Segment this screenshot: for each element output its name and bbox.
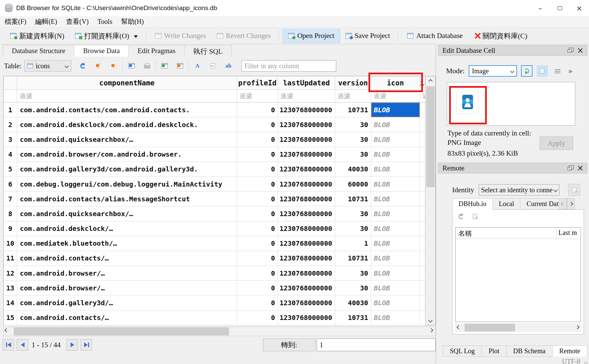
remote-refresh-icon[interactable] <box>459 214 464 219</box>
cell-profileId[interactable]: 0 <box>237 281 278 295</box>
scroll-right-icon[interactable] <box>575 325 580 329</box>
cell-componentName[interactable]: com.android.quicksearchbox/… <box>17 132 237 147</box>
cell-lastUpdated[interactable]: 1230768000000 <box>278 311 335 325</box>
grid-toolbar-button[interactable] <box>140 59 154 73</box>
cell-version[interactable]: 30 <box>335 221 371 236</box>
grid-toolbar-button[interactable] <box>124 59 139 73</box>
column-header-version[interactable]: version <box>335 76 371 90</box>
toolbar-button[interactable]: Revert Changes <box>211 29 276 43</box>
import-data-button[interactable] <box>521 65 533 77</box>
menu-item[interactable]: 檔案(F) <box>1 16 30 27</box>
table-selector[interactable]: icons <box>24 60 71 72</box>
vertical-scrollbar-thumb[interactable] <box>426 86 435 187</box>
goto-button[interactable]: 轉到: <box>263 338 315 351</box>
cell-version[interactable]: 30 <box>335 132 371 147</box>
grid-toolbar-button[interactable] <box>76 59 90 73</box>
row-number[interactable]: 10 <box>4 236 17 251</box>
cell-componentName[interactable]: com.android.quicksearchbox/… <box>17 206 237 221</box>
cell-profileId[interactable]: 0 <box>237 206 278 221</box>
row-number[interactable]: 6 <box>4 177 17 192</box>
cell-componentName[interactable]: com.android.contacts/… <box>17 251 237 266</box>
document-tab[interactable]: 執行 SQL <box>184 45 232 56</box>
cell-icon-blob[interactable]: BLOB <box>371 221 420 236</box>
toolbar-button[interactable]: Attach Database <box>402 29 468 43</box>
cell-profileId[interactable]: 0 <box>237 236 278 251</box>
filter-input-version[interactable]: 過濾 <box>335 90 371 103</box>
minimize-button[interactable]: – <box>531 0 550 16</box>
clone-database-icon[interactable] <box>473 214 477 219</box>
column-header-componentName[interactable]: componentName <box>17 76 237 90</box>
identity-settings-button[interactable] <box>568 184 580 196</box>
document-tab[interactable]: Database Structure <box>3 45 74 56</box>
row-number[interactable]: 13 <box>4 281 17 295</box>
scroll-left-icon[interactable] <box>4 328 9 332</box>
toolbar-button[interactable]: 新建資料庫(N) <box>5 29 70 43</box>
cell-icon-blob[interactable]: BLOB <box>371 103 420 117</box>
maximize-button[interactable] <box>550 0 570 16</box>
dock-tab[interactable]: DB Schema <box>506 346 553 357</box>
cell-lastUpdated[interactable]: 1230768000000 <box>278 266 335 281</box>
toolbar-button[interactable] <box>279 30 280 42</box>
cell-lastUpdated[interactable]: 1230768000000 <box>278 221 335 236</box>
toolbar-button[interactable]: Open Project <box>282 29 340 43</box>
remote-tab[interactable]: Local <box>493 198 521 210</box>
grid-toolbar-button[interactable] <box>107 59 121 73</box>
cell-lastUpdated[interactable]: 1230768000000 <box>278 117 335 132</box>
grid-toolbar-button[interactable] <box>188 60 189 71</box>
document-tab[interactable]: Edit Pragmas <box>128 45 185 56</box>
row-number[interactable]: 3 <box>4 132 17 147</box>
row-number[interactable]: 2 <box>4 117 17 132</box>
cell-version[interactable]: 30 <box>335 266 371 281</box>
close-dock-icon[interactable]: × <box>577 47 584 54</box>
cell-profileId[interactable]: 0 <box>237 103 278 117</box>
grid-toolbar-button[interactable] <box>91 59 106 73</box>
grid-toolbar-button[interactable] <box>155 60 156 71</box>
cell-componentName[interactable]: com.debug.loggerui/com.debug.loggerui.Ma… <box>17 177 237 192</box>
grid-toolbar-button[interactable]: ab <box>221 59 235 73</box>
remote-horizontal-scrollbar[interactable] <box>455 323 581 332</box>
cell-lastUpdated[interactable]: 1230768000000 <box>278 206 335 221</box>
dock-tab[interactable]: Remote <box>552 346 587 357</box>
text-view-button[interactable] <box>537 65 548 77</box>
remote-column-last-modified[interactable]: Last m <box>556 228 581 239</box>
scrollbar-thumb[interactable] <box>465 324 515 331</box>
apply-button[interactable]: Apply <box>540 136 573 150</box>
cell-icon-blob[interactable]: BLOB <box>371 162 420 177</box>
document-tab[interactable]: Browse Data <box>74 45 129 56</box>
toolbar-button[interactable] <box>398 30 399 42</box>
cell-componentName[interactable]: com.android.browser/… <box>17 266 237 281</box>
remote-column-name[interactable]: 名稱 <box>456 228 556 239</box>
cell-lastUpdated[interactable]: 1230768000000 <box>278 147 335 162</box>
cell-componentName[interactable]: com.android.gallery3d/… <box>17 295 237 310</box>
previous-record-button[interactable] <box>17 339 28 351</box>
float-dock-icon[interactable] <box>567 49 572 53</box>
column-header-profileId[interactable]: profileId <box>237 76 278 90</box>
row-number[interactable]: 15 <box>4 311 17 325</box>
filter-any-column-input[interactable] <box>241 60 336 72</box>
cell-icon-blob[interactable]: BLOB <box>371 266 420 281</box>
cell-componentName[interactable]: com.mediatek.bluetooth/… <box>17 236 237 251</box>
filter-input-lastUpdated[interactable]: 過濾 <box>278 90 335 103</box>
cell-componentName[interactable]: com.android.contacts/… <box>17 311 237 325</box>
menu-item[interactable]: 編輯(E) <box>31 16 61 27</box>
filter-input-profileId[interactable]: 過濾 <box>237 90 278 103</box>
cell-profileId[interactable]: 0 <box>237 177 278 192</box>
cell-version[interactable]: 30 <box>335 281 371 295</box>
cell-version[interactable]: 40030 <box>335 162 371 177</box>
row-number[interactable]: 4 <box>4 147 17 162</box>
toolbar-button[interactable]: Write Changes <box>150 29 211 43</box>
grid-toolbar-button[interactable] <box>173 59 187 73</box>
cell-componentName[interactable]: com.android.deskclock/… <box>17 221 237 236</box>
dock-tab[interactable]: Plot <box>481 346 506 357</box>
float-dock-icon[interactable] <box>567 167 572 170</box>
cell-componentName[interactable]: com.android.contacts/alias.MessageShortc… <box>17 192 237 206</box>
cell-componentName[interactable]: com.android.browser/com.android.browser. <box>17 147 237 162</box>
tab-scroll-left-icon[interactable] <box>559 198 567 209</box>
remote-tab[interactable]: Current Dat <box>520 198 559 210</box>
cell-version[interactable]: 30 <box>335 147 371 162</box>
scroll-left-icon[interactable] <box>457 325 461 329</box>
cell-version[interactable]: 10731 <box>335 311 371 325</box>
cell-profileId[interactable]: 0 <box>237 311 278 325</box>
cell-icon-blob[interactable]: BLOB <box>371 147 420 162</box>
close-dock-icon[interactable]: × <box>577 165 584 171</box>
